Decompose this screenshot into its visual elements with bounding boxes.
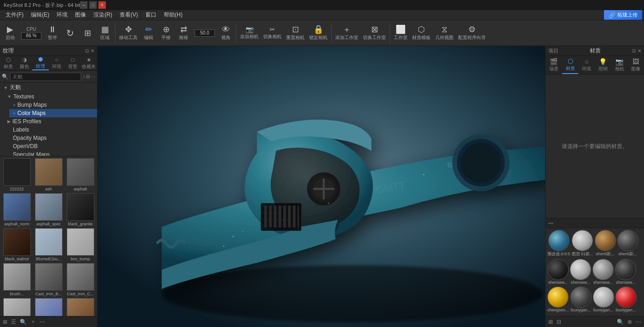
- panel-float-button[interactable]: ⊡: [85, 48, 89, 53]
- tab-environment-right[interactable]: ○ 环境: [578, 56, 595, 74]
- toolbar-material-template[interactable]: ⬡ 材质模板: [410, 24, 432, 42]
- material-shensew1[interactable]: [547, 259, 569, 280]
- material-shensew2[interactable]: [570, 259, 591, 280]
- material-chengseo[interactable]: [547, 287, 569, 308]
- menu-view[interactable]: 查看(V): [116, 10, 142, 20]
- thumb-item-brush[interactable]: brush...: [2, 263, 32, 296]
- grid-view-button[interactable]: ⊞: [2, 318, 8, 326]
- tab-scene[interactable]: 🎬 场景: [546, 56, 562, 74]
- search-sort-button[interactable]: ↕: [83, 74, 85, 79]
- toolbar-cut-studio[interactable]: ⊠ 切换工作室: [361, 24, 388, 42]
- menu-window[interactable]: 窗口: [142, 10, 160, 20]
- tree-item-color-maps[interactable]: + Color Maps: [9, 109, 97, 117]
- left-settings-button[interactable]: ⋯: [39, 318, 46, 326]
- thumb-item-black_granite[interactable]: black_granite: [65, 193, 95, 226]
- toolbar-reset-camera[interactable]: ⊡ 重置相机: [284, 24, 306, 42]
- thumb-item-blurredcloud[interactable]: BlurredClou...: [34, 228, 63, 261]
- toolbar-lock-camera[interactable]: 🔒 锁定相机: [307, 24, 329, 42]
- toolbar-add-camera[interactable]: 📷 添加相机: [238, 25, 260, 41]
- right-search-button[interactable]: 🔍: [616, 318, 625, 326]
- right-grid-button[interactable]: ⊞: [547, 318, 554, 326]
- tree-item-labels[interactable]: Labels: [9, 126, 97, 134]
- thumb-item-asphalt[interactable]: asphalt: [65, 158, 95, 191]
- menu-render[interactable]: 渲染(R): [90, 10, 116, 20]
- thumb-item-cementpath1[interactable]: CementPath...: [2, 298, 32, 316]
- tab-background[interactable]: □ 背景: [65, 56, 81, 70]
- right-close-button[interactable]: ✕: [638, 48, 641, 53]
- material-buxiygan3[interactable]: [615, 287, 637, 308]
- search-more-button[interactable]: ⋯: [91, 74, 95, 79]
- right-settings-button[interactable]: ⋯: [635, 318, 642, 326]
- tab-lighting[interactable]: 💡 照明: [595, 56, 611, 74]
- maximize-button[interactable]: □: [89, 1, 97, 9]
- left-search-button[interactable]: 🔍: [19, 318, 28, 326]
- menu-file[interactable]: 文件(F): [2, 10, 27, 20]
- menu-help[interactable]: 帮助(H): [160, 10, 186, 20]
- material-preset-0000[interactable]: [548, 230, 569, 251]
- left-add-button[interactable]: ＋: [29, 317, 37, 327]
- tab-environment[interactable]: ○ 环境: [49, 56, 65, 70]
- thumb-item-black_walnut[interactable]: black_walnut: [2, 228, 32, 261]
- thumb-item-asphalt_norm[interactable]: asphalt_norm: [2, 193, 32, 226]
- toolbar-start[interactable]: ▶ 启动: [2, 24, 18, 42]
- thumb-item-cast_iron_c[interactable]: Cast_Iron_C...: [65, 263, 95, 296]
- tree-item-openvdb[interactable]: OpenVDB: [9, 142, 97, 150]
- close-button[interactable]: ✕: [98, 1, 106, 9]
- toolbar-region[interactable]: ▦ 区域: [97, 24, 113, 42]
- tab-favorites[interactable]: ★ 收藏夹: [81, 56, 97, 70]
- minimize-button[interactable]: ─: [80, 1, 87, 9]
- material-layer-01[interactable]: [572, 230, 593, 251]
- toolbar-rotate[interactable]: ↻: [62, 28, 78, 39]
- panel-close-button[interactable]: ✕: [91, 48, 94, 53]
- thumb-item-222222[interactable]: 222222: [2, 158, 32, 191]
- right-float-button[interactable]: ⊡: [632, 48, 636, 53]
- upload-button[interactable]: 🔗 拓珑上传: [604, 10, 642, 20]
- tab-camera-right[interactable]: 📷 相机: [611, 56, 628, 74]
- tree-item-specular[interactable]: Specular Maps: [9, 150, 97, 156]
- tab-color[interactable]: ◑ 颜色: [16, 56, 32, 70]
- toolbar-move[interactable]: ✥ 移动工具: [117, 24, 139, 42]
- toolbar-cut-camera[interactable]: ✂ 切换相机: [261, 25, 283, 41]
- tab-material-right[interactable]: ⬡ 材质: [562, 56, 579, 74]
- tree-root[interactable]: ▼ 天鹅: [0, 83, 97, 92]
- tab-image[interactable]: 🖼 图像: [627, 56, 644, 74]
- thumb-item-asphalt_spec[interactable]: asphalt_spec: [34, 193, 63, 226]
- right-add-button[interactable]: ⊕: [627, 318, 633, 326]
- cpu-value[interactable]: [21, 32, 41, 40]
- list-view-button[interactable]: ☰: [10, 318, 17, 326]
- toolbar-edit[interactable]: ✏ 编辑: [140, 24, 157, 42]
- menu-environment[interactable]: 环境: [53, 10, 71, 20]
- tree-item-opacity[interactable]: Opacity Maps: [9, 134, 97, 142]
- toolbar-config[interactable]: ⚙ 配置程序向导: [456, 24, 488, 42]
- right-list-button[interactable]: ⊟: [556, 318, 562, 326]
- toolbar-workspace[interactable]: ⬜ 工作室: [392, 24, 409, 42]
- render-value-input[interactable]: [195, 29, 215, 37]
- thumb-item-cast_iron_b[interactable]: Cast_Iron_B...: [34, 263, 63, 296]
- thumb-item-box_bump[interactable]: box_bump: [65, 228, 95, 261]
- tab-material[interactable]: ⬡ 材质: [0, 56, 16, 70]
- material-shenti-new2[interactable]: [617, 230, 638, 251]
- tree-item-bump-maps[interactable]: + Bump Maps: [9, 101, 97, 109]
- toolbar-push[interactable]: ⇄ 推移: [175, 24, 192, 42]
- material-buxiygan1[interactable]: [570, 287, 592, 308]
- menu-edit[interactable]: 编辑(E): [27, 10, 53, 20]
- toolbar-pan[interactable]: ⊕ 平移: [158, 24, 174, 42]
- toolbar-grid[interactable]: ⊞: [79, 28, 96, 38]
- thumb-item-ash[interactable]: ash: [34, 158, 63, 191]
- material-buxiygan2[interactable]: [593, 287, 614, 308]
- thumb-item-chipping[interactable]: chipp...: [65, 298, 95, 316]
- material-shensew3[interactable]: [592, 259, 614, 280]
- tab-texture[interactable]: ⬢ 纹理: [32, 56, 48, 70]
- thumb-item-cementpath2[interactable]: CementPath...: [34, 298, 63, 316]
- viewport[interactable]: ⊙MTT BAKERY: [98, 46, 545, 327]
- toolbar-pause[interactable]: ⏸ 暂停: [44, 24, 61, 42]
- toolbar-add-studio[interactable]: ＋ 添加工作室: [334, 24, 360, 42]
- tree-item-textures[interactable]: ▼ Textures: [4, 92, 97, 101]
- tree-item-ies[interactable]: ▶ IES Profiles: [4, 117, 97, 126]
- material-shensew4[interactable]: [615, 259, 636, 280]
- toolbar-view[interactable]: 👁 视角: [218, 24, 234, 42]
- menu-image[interactable]: 图像: [71, 10, 90, 20]
- search-filter-button[interactable]: ⊟: [86, 74, 90, 79]
- search-input[interactable]: [10, 73, 81, 81]
- toolbar-mesh[interactable]: ⧖ 几何视图: [433, 24, 455, 42]
